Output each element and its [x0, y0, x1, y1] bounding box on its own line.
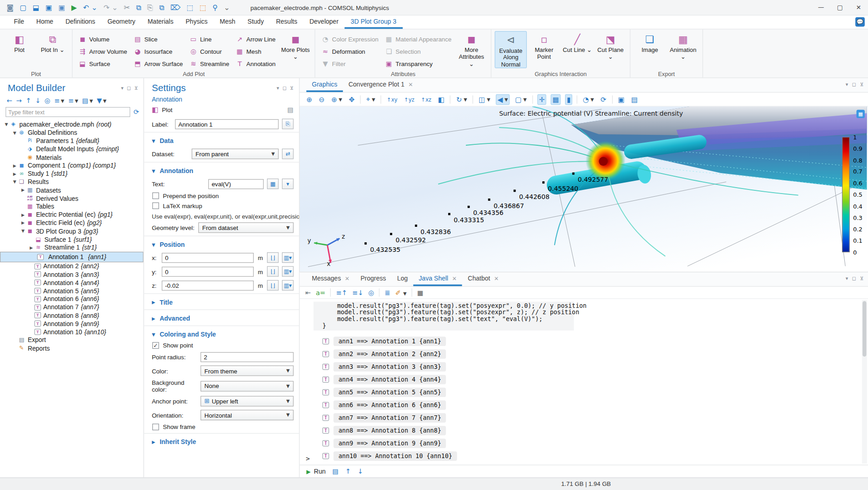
- geometry-level-select[interactable]: From dataset▼: [198, 222, 293, 233]
- collapse-icon[interactable]: ▾: [277, 86, 279, 91]
- z-aux-icon[interactable]: ▥▾: [282, 280, 294, 291]
- refresh-icon[interactable]: ⟳: [133, 108, 139, 116]
- menu-mesh[interactable]: Mesh: [214, 15, 242, 29]
- paste-icon[interactable]: ⎘: [147, 4, 153, 11]
- menu-study[interactable]: Study: [242, 15, 270, 29]
- orientation-select[interactable]: Horizontal▼: [201, 410, 294, 420]
- go-to-view-icon[interactable]: ⌖▼: [365, 94, 377, 104]
- move-down-icon[interactable]: ↓: [35, 97, 40, 105]
- x-aux-icon[interactable]: ▥▾: [282, 252, 294, 263]
- tree-item-export[interactable]: ▤Export: [0, 336, 143, 344]
- transparency-icon[interactable]: ▢▼: [514, 95, 528, 104]
- comsol-logo-icon[interactable]: ◙: [7, 4, 14, 11]
- grid-toggle-icon[interactable]: ▦: [551, 94, 561, 104]
- y-range-icon[interactable]: ⌊⌋: [267, 266, 279, 276]
- tab-progress[interactable]: Progress: [355, 272, 391, 286]
- plot-aux-icon[interactable]: ▤: [288, 106, 294, 113]
- color-select[interactable]: From theme▼: [201, 365, 294, 376]
- ribbon-arrow-line[interactable]: ↗Arrow Line: [233, 33, 278, 46]
- ribbon-streamline[interactable]: ≋Streamline: [187, 58, 232, 70]
- forward-icon[interactable]: →: [16, 97, 21, 105]
- scene-light-icon[interactable]: ◧: [437, 95, 445, 104]
- ribbon-animation[interactable]: ▦Animation ⌄: [667, 31, 699, 60]
- dataset-aux-icon[interactable]: ⇄: [282, 148, 294, 159]
- minimize-button[interactable]: —: [812, 0, 830, 15]
- y-aux-icon[interactable]: ▥▾: [282, 266, 294, 276]
- close-tab-icon[interactable]: ✕: [345, 276, 349, 281]
- tree-item-default-model-inputs[interactable]: ⬗Default Model Inputs{cminpt}: [0, 145, 143, 153]
- tree-item-electric-field-ec[interactable]: ▶◼Electric Field (ec){pg2}: [0, 219, 143, 227]
- section-position[interactable]: ▼Position: [144, 237, 299, 250]
- ribbon-slice[interactable]: ▤Slice: [131, 33, 186, 46]
- tab-convergence-plot-1[interactable]: Convergence Plot 1✕: [343, 78, 419, 92]
- color-table-icon[interactable]: ◔▼: [582, 95, 595, 104]
- tree-item-annotation-9[interactable]: TAnnotation 9{ann9}: [0, 320, 143, 328]
- close-button[interactable]: ✕: [849, 0, 868, 15]
- goto-line-icon[interactable]: ⇤: [305, 289, 311, 296]
- menu-active-tab[interactable]: 3D Plot Group 3: [344, 15, 402, 29]
- menu-physics[interactable]: Physics: [180, 15, 214, 29]
- float-icon[interactable]: ◻: [852, 276, 856, 281]
- print-icon[interactable]: ▤: [630, 95, 639, 104]
- section-title[interactable]: ▶Title: [144, 295, 299, 308]
- expand-icon[interactable]: ≡ ▼: [68, 97, 78, 105]
- show-point-checkbox[interactable]: ✓: [152, 342, 159, 349]
- clear-console-icon[interactable]: ✐ ▼: [395, 289, 407, 296]
- float-icon[interactable]: ◻: [127, 86, 131, 91]
- show-output-icon[interactable]: ◎: [368, 289, 374, 296]
- duplicate-icon[interactable]: ⧉: [159, 4, 164, 11]
- ribbon-evaluate-along-normal[interactable]: ⊲Evaluate Along Normal: [495, 31, 527, 68]
- background-color-select[interactable]: None▼: [201, 381, 294, 391]
- command-window-icon[interactable]: ▤: [332, 468, 338, 475]
- float-icon[interactable]: ◻: [283, 86, 287, 91]
- line-wrap-icon[interactable]: ≣: [384, 289, 390, 296]
- ribbon-line[interactable]: ▭Line: [187, 33, 232, 46]
- ribbon-arrow-surface[interactable]: ⬒Arrow Surface: [131, 58, 186, 70]
- collapse-icon[interactable]: ≡ ▼: [54, 97, 64, 105]
- tab-chatbot[interactable]: Chatbot✕: [462, 272, 504, 286]
- scroll-up-icon[interactable]: ≡↑: [336, 289, 347, 296]
- open-file-icon[interactable]: ⬓: [33, 4, 40, 11]
- close-tab-icon[interactable]: ✕: [409, 81, 413, 87]
- cut-icon[interactable]: ✂: [124, 4, 130, 11]
- find-icon[interactable]: ⚲: [212, 4, 218, 11]
- tree-item-component-1[interactable]: ▶◼Component 1(comp1) {comp1}: [0, 161, 143, 169]
- rotate-icon[interactable]: ↻▼: [455, 95, 468, 104]
- tree-item-annotation-2[interactable]: TAnnotation 2{ann2}: [0, 262, 143, 271]
- zoom-extents-icon[interactable]: ✥: [348, 95, 356, 104]
- scroll-down-icon[interactable]: ≡↓: [352, 289, 363, 296]
- point-radius-input[interactable]: 2: [201, 352, 294, 362]
- autocomplete-icon[interactable]: a=: [316, 289, 325, 296]
- back-icon[interactable]: ←: [7, 97, 12, 105]
- triad-toggle-icon[interactable]: ✛: [537, 94, 546, 104]
- tree-item-annotation-8[interactable]: TAnnotation 8{ann8}: [0, 311, 143, 320]
- pin-icon[interactable]: ⊻: [860, 82, 863, 87]
- anchor-point-select[interactable]: ⊞Upper left▼: [201, 396, 294, 406]
- ribbon-arrow-volume[interactable]: ⇶Arrow Volume: [76, 46, 130, 58]
- ribbon-plot-in[interactable]: ⧉Plot In ⌄: [36, 31, 69, 53]
- show-frame-checkbox[interactable]: [152, 424, 159, 430]
- run-icon[interactable]: ▶: [71, 4, 77, 11]
- close-tab-icon[interactable]: ✕: [494, 276, 499, 281]
- menu-home[interactable]: Home: [30, 15, 59, 29]
- tree-item-surface-1[interactable]: ⬓Surface 1{surf1}: [0, 235, 143, 243]
- zoom-selected-icon[interactable]: ⊕▼: [330, 95, 343, 104]
- ribbon-more-attributes[interactable]: ◼More Attributes ⌄: [455, 31, 488, 67]
- ribbon-volume[interactable]: ◼Volume: [76, 33, 130, 46]
- z-input[interactable]: -0.02: [162, 281, 254, 291]
- prepend-position-checkbox[interactable]: [152, 193, 159, 199]
- latex-markup-checkbox[interactable]: [152, 202, 159, 209]
- run-button[interactable]: ▶ Run: [306, 468, 325, 475]
- ribbon-more-plots[interactable]: ◼More Plots ⌄: [279, 31, 312, 60]
- collapse-icon[interactable]: ▾: [846, 276, 848, 281]
- tree-item-electric-potential-ec[interactable]: ▶◼Electric Potential (ec){pg1}: [0, 210, 143, 219]
- shell-prompt[interactable]: >: [306, 455, 310, 463]
- ribbon-cut-plane[interactable]: ⬔Cut Plane ⌄: [595, 31, 627, 60]
- legend-toggle-icon[interactable]: ▮: [565, 94, 572, 104]
- tree-item-pacemaker-electrode-mph[interactable]: ▼◈pacemaker_electrode.mph(root): [0, 120, 143, 128]
- pin-icon[interactable]: ⊻: [860, 276, 863, 281]
- section-annotation[interactable]: ▼Annotation: [144, 163, 299, 177]
- tab-java-shell[interactable]: Java Shell✕: [413, 272, 462, 286]
- snapshot-icon[interactable]: ▣: [617, 95, 626, 104]
- tree-item-tables[interactable]: ▦Tables: [0, 202, 143, 210]
